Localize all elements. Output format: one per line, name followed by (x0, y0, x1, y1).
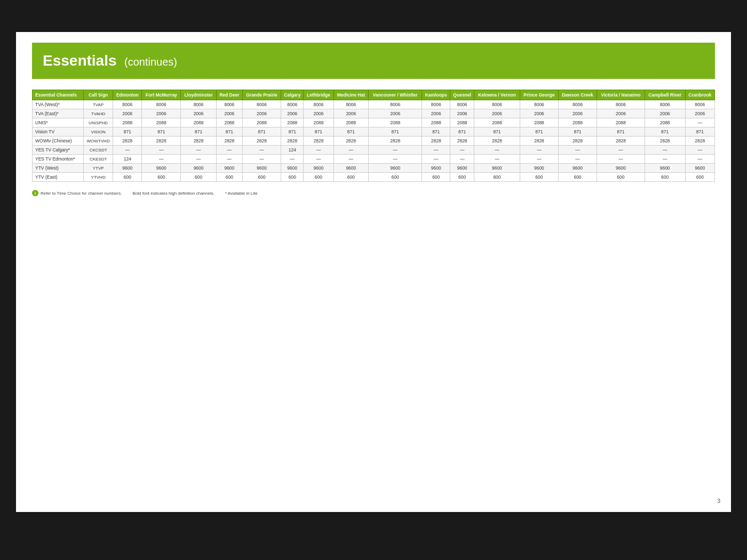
cell-quesnel: — (450, 155, 474, 164)
cell-princegeorge: 2006 (520, 109, 558, 118)
cell-fortmcmurray: — (142, 146, 181, 155)
col-header-channel: Essential Channels (33, 90, 84, 100)
cell-edmonton: 2828 (113, 137, 142, 146)
cell-grandeprarie: 9600 (242, 164, 281, 173)
cell-medicinehat: 2828 (333, 137, 369, 146)
cell-medicinehat: 8006 (333, 100, 369, 109)
cell-vancouver: 9600 (369, 164, 422, 173)
cell-kamloops: 2088 (422, 118, 450, 127)
cell-lloydminster: 2828 (181, 137, 217, 146)
cell-fortmcmurray: 2088 (142, 118, 181, 127)
cell-princegeorge: 2088 (520, 118, 558, 127)
cell-grandeprarie: 600 (242, 173, 281, 182)
cell-medicinehat: — (333, 155, 369, 164)
cell-lloydminster: 2088 (181, 118, 217, 127)
cell-quesnel: — (450, 146, 474, 155)
cell-edmonton: 2088 (113, 118, 142, 127)
cell-reddeer: 2828 (216, 137, 242, 146)
cell-callsign: VISION (83, 127, 113, 137)
cell-cranbrook: 600 (685, 173, 714, 182)
cell-kelowna: 2828 (474, 137, 520, 146)
cell-lloydminster: 8006 (181, 100, 217, 109)
cell-kamloops: — (422, 146, 450, 155)
cell-kamloops: 2006 (422, 109, 450, 118)
cell-reddeer: — (216, 146, 242, 155)
cell-kelowna: — (474, 155, 520, 164)
cell-campbellriver: 600 (645, 173, 685, 182)
cell-princegeorge: 8006 (520, 100, 558, 109)
cell-lloydminster: 600 (181, 173, 217, 182)
cell-channel: TVA (West)* (33, 100, 84, 109)
cell-kamloops: 9600 (422, 164, 450, 173)
cell-callsign: TVAHD (83, 109, 113, 118)
cell-callsign: CKESDT (83, 155, 113, 164)
cell-kamloops: 871 (422, 127, 450, 137)
cell-lethbridge: — (304, 146, 333, 155)
cell-dawsoncreek: 600 (558, 173, 597, 182)
cell-lethbridge: 2828 (304, 137, 333, 146)
cell-lloydminster: 871 (181, 127, 217, 137)
cell-grandeprarie: 8006 (242, 100, 281, 109)
page-subtitle: (continues) (124, 56, 177, 68)
cell-fortmcmurray: 9600 (142, 164, 181, 173)
cell-vancouver: 871 (369, 127, 422, 137)
cell-kelowna: 871 (474, 127, 520, 137)
cell-vancouver: 2828 (369, 137, 422, 146)
col-header-lloydminster: Lloydminster (181, 90, 217, 100)
cell-quesnel: 2088 (450, 118, 474, 127)
cell-medicinehat: 600 (333, 173, 369, 182)
cell-callsign: TVAP (83, 100, 113, 109)
cell-calgary: 124 (281, 146, 304, 155)
cell-victoria: — (597, 146, 645, 155)
cell-reddeer: — (216, 155, 242, 164)
table-row: YTV (West)YTVP96009600960096009600960096… (33, 164, 715, 173)
cell-cranbrook: 2828 (685, 137, 714, 146)
cell-dawsoncreek: 2088 (558, 118, 597, 127)
footnote-bold: Bold font indicates high definition chan… (133, 191, 214, 196)
cell-campbellriver: 9600 (645, 164, 685, 173)
header-bar: Essentials (continues) (32, 43, 715, 79)
cell-reddeer: 2088 (216, 118, 242, 127)
page-number: 3 (717, 498, 720, 504)
footnote-timechoice: i Refer to Time Choice for channel numbe… (32, 190, 122, 196)
cell-channel: YTV (East) (33, 173, 84, 182)
cell-medicinehat: — (333, 146, 369, 155)
cell-lethbridge: 871 (304, 127, 333, 137)
cell-grandeprarie: — (242, 146, 281, 155)
cell-channel: Vision TV (33, 127, 84, 137)
col-header-kelowna: Kelowna / Vernon (474, 90, 520, 100)
cell-lethbridge: 9600 (304, 164, 333, 173)
cell-fortmcmurray: — (142, 155, 181, 164)
cell-callsign: YTVHD (83, 173, 113, 182)
cell-campbellriver: 2828 (645, 137, 685, 146)
cell-calgary: 9600 (281, 164, 304, 173)
cell-calgary: 2828 (281, 137, 304, 146)
cell-dawsoncreek: 2006 (558, 109, 597, 118)
cell-dawsoncreek: 8006 (558, 100, 597, 109)
cell-calgary: 8006 (281, 100, 304, 109)
cell-cranbrook: 871 (685, 127, 714, 137)
cell-fortmcmurray: 8006 (142, 100, 181, 109)
cell-vancouver: 2006 (369, 109, 422, 118)
cell-edmonton: 2006 (113, 109, 142, 118)
cell-campbellriver: 2006 (645, 109, 685, 118)
cell-vancouver: 2088 (369, 118, 422, 127)
cell-campbellriver: — (645, 155, 685, 164)
cell-victoria: 2828 (597, 137, 645, 146)
table-row: TVA (East)*TVAHD200620062006200620062006… (33, 109, 715, 118)
cell-victoria: 600 (597, 173, 645, 182)
cell-victoria: 2006 (597, 109, 645, 118)
cell-reddeer: 600 (216, 173, 242, 182)
col-header-medicinehat: Medicine Hat (333, 90, 369, 100)
cell-cranbrook: 9600 (685, 164, 714, 173)
cell-kelowna: — (474, 146, 520, 155)
col-header-campbellriver: Campbell River (645, 90, 685, 100)
cell-reddeer: 2006 (216, 109, 242, 118)
cell-victoria: — (597, 155, 645, 164)
main-page: Essentials (continues) Essential Channel… (16, 32, 731, 512)
cell-quesnel: 8006 (450, 100, 474, 109)
cell-vancouver: 600 (369, 173, 422, 182)
cell-calgary: 2006 (281, 109, 304, 118)
cell-vancouver: — (369, 146, 422, 155)
cell-kamloops: 2828 (422, 137, 450, 146)
